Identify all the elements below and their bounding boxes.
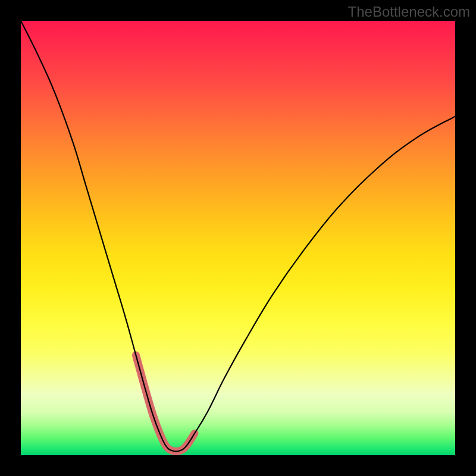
chart-svg [21, 21, 455, 455]
chart-plot-area [21, 21, 455, 455]
optimal-range-highlight [136, 355, 195, 452]
bottleneck-curve [21, 21, 455, 452]
watermark-text: TheBottleneck.com [348, 4, 470, 20]
